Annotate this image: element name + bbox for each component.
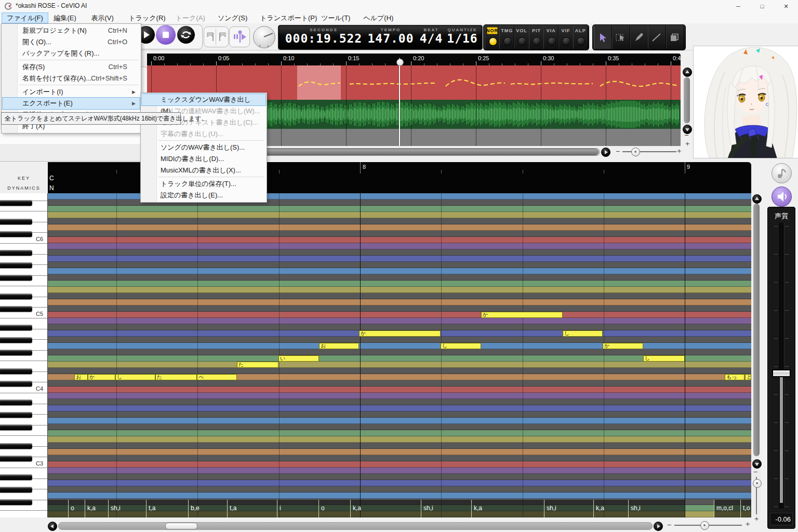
- roll-vzoom-knob[interactable]: [753, 479, 762, 488]
- note-0-D4[interactable]: お: [74, 374, 88, 380]
- note-5-E4[interactable]: た: [237, 362, 278, 368]
- export-menu-item-6[interactable]: MIDIの書き出し(D)...: [142, 153, 265, 165]
- roll-vzoom-in[interactable]: ＋: [753, 514, 760, 524]
- black-key-51[interactable]: [0, 443, 32, 449]
- phoneme-3[interactable]: t,a: [146, 500, 155, 517]
- menubar-item-7[interactable]: ツール(T): [316, 13, 355, 23]
- file-menu-item-4[interactable]: 保存(S)Ctrl+S: [3, 61, 140, 73]
- voice-fader-handle[interactable]: [772, 369, 791, 377]
- phoneme-4[interactable]: b,e: [188, 500, 200, 517]
- file-menu-item-1[interactable]: 開く(O)...Ctrl+O: [3, 36, 140, 48]
- phoneme-8[interactable]: k,a: [350, 500, 361, 517]
- track-scroll-up-button[interactable]: [683, 68, 692, 77]
- roll-scroll-right-button[interactable]: [654, 522, 663, 531]
- black-key-82[interactable]: [0, 250, 32, 256]
- menubar-item-6[interactable]: トランスポート(P): [255, 13, 322, 23]
- tool-button-marquee-select[interactable]: [612, 26, 630, 49]
- phoneme-14[interactable]: m,o,cl: [714, 500, 733, 517]
- roll-hscrollbar[interactable]: [58, 522, 653, 530]
- stop-button[interactable]: [156, 25, 176, 45]
- black-key-46[interactable]: [0, 474, 32, 480]
- menubar-item-8[interactable]: ヘルプ(H): [358, 13, 398, 23]
- export-menu-item-10[interactable]: 設定の書き出し(E)...: [142, 190, 265, 201]
- black-key-49[interactable]: [0, 456, 32, 461]
- param-button-alp[interactable]: ALP: [573, 26, 588, 49]
- export-menu-item-9[interactable]: トラック単位の保存(T)...: [142, 178, 265, 190]
- phoneme-12[interactable]: k,a: [593, 500, 604, 517]
- black-key-87[interactable]: [0, 219, 32, 224]
- note-8-A4[interactable]: か: [359, 330, 441, 337]
- menubar-item-4[interactable]: トーク(A): [171, 13, 210, 23]
- export-menu-item-5[interactable]: ソングのWAV書き出し(S)...: [142, 142, 265, 153]
- roll-zoom-knob[interactable]: [700, 521, 709, 530]
- phoneme-0[interactable]: o: [68, 500, 74, 517]
- param-button-vif[interactable]: VIF: [558, 26, 574, 49]
- roll-zoom-in[interactable]: ＋: [744, 520, 751, 529]
- tool-button-pen[interactable]: [630, 26, 648, 49]
- phoneme-11[interactable]: sh,i: [544, 500, 556, 517]
- black-key-63[interactable]: [0, 368, 32, 374]
- export-menu-item-3[interactable]: 字幕の書き出し(U)...: [142, 128, 265, 140]
- phoneme-13[interactable]: sh,i: [628, 500, 641, 517]
- marker-jump-button[interactable]: [229, 26, 250, 47]
- black-key-75[interactable]: [0, 294, 32, 299]
- black-key-85[interactable]: [0, 231, 32, 237]
- track-zoom-knob[interactable]: [631, 148, 640, 156]
- black-key-66[interactable]: [0, 350, 32, 355]
- black-key-56[interactable]: [0, 412, 32, 418]
- roll-vscrollbar-thumb[interactable]: [753, 204, 760, 456]
- black-key-90[interactable]: [0, 200, 32, 206]
- timeline-ruler[interactable]: 0:000:050:100:150:200:250:300:350:40: [147, 54, 681, 65]
- file-menu-item-7[interactable]: インポート(I)▶: [3, 86, 140, 98]
- note-11-A4[interactable]: し: [563, 330, 603, 337]
- phoneme-10[interactable]: k,a: [471, 500, 482, 517]
- black-key-73[interactable]: [0, 306, 32, 312]
- track-zoom-slider[interactable]: [622, 151, 676, 152]
- note-4-D4[interactable]: べ: [197, 374, 237, 380]
- black-key-78[interactable]: [0, 275, 32, 281]
- file-menu-item-0[interactable]: 新規プロジェクト(N)Ctrl+N: [3, 25, 140, 36]
- note-1-D4[interactable]: か: [88, 374, 115, 380]
- param-button-pit[interactable]: PIT: [529, 26, 544, 49]
- note-10-C5[interactable]: か: [481, 312, 563, 318]
- export-menu-item-0[interactable]: ミックスダウンWAV書き出し(M)...: [142, 94, 265, 105]
- repeat-button[interactable]: [177, 26, 195, 44]
- note-6-F4[interactable]: い: [278, 355, 319, 362]
- param-button-nor[interactable]: NOR: [485, 26, 500, 49]
- phoneme-1[interactable]: k,a: [85, 500, 96, 517]
- roll-scroll-up-button[interactable]: [752, 194, 762, 204]
- piano-keyboard[interactable]: C6C5C4C3: [0, 193, 48, 517]
- track-vzoom-in[interactable]: ＋: [684, 139, 691, 149]
- phoneme-2[interactable]: sh,i: [108, 500, 121, 517]
- black-key-70[interactable]: [0, 325, 32, 330]
- minimize-button[interactable]: ─: [726, 0, 750, 12]
- roll-zoom-out[interactable]: −: [667, 521, 671, 529]
- note-9-G4[interactable]: し: [441, 343, 481, 349]
- black-key-61[interactable]: [0, 381, 32, 387]
- close-button[interactable]: ✕: [774, 0, 798, 12]
- menubar-item-3[interactable]: トラック(R): [124, 13, 170, 23]
- note-2-D4[interactable]: し: [115, 374, 155, 380]
- black-key-68[interactable]: [0, 337, 32, 343]
- black-key-54[interactable]: [0, 424, 32, 430]
- phoneme-7[interactable]: o: [318, 500, 325, 517]
- note-3-D4[interactable]: た: [155, 374, 197, 380]
- track-vzoom-out[interactable]: −: [684, 131, 688, 139]
- tool-button-line[interactable]: [648, 26, 666, 49]
- roll-hscrollbar-thumb[interactable]: [165, 523, 197, 529]
- voice-output-button[interactable]: [772, 187, 792, 207]
- roll-scroll-left-button[interactable]: [48, 522, 57, 531]
- note-13-F4[interactable]: し: [643, 355, 685, 362]
- black-key-44[interactable]: [0, 487, 32, 493]
- note-14-D4[interactable]: もっ: [725, 374, 744, 380]
- menubar-item-1[interactable]: 編集(E): [49, 13, 81, 23]
- track-zoom-in[interactable]: ＋: [675, 147, 683, 156]
- track-vscrollbar-thumb[interactable]: [684, 77, 690, 123]
- file-menu-item-8[interactable]: エクスポート(E)▶: [3, 98, 140, 109]
- phoneme-6[interactable]: i: [277, 500, 281, 517]
- menubar-item-2[interactable]: 表示(V): [86, 13, 118, 23]
- note-15-D4[interactable]: と: [745, 374, 751, 380]
- playhead-handle[interactable]: [396, 59, 404, 66]
- file-menu-item-2[interactable]: バックアップを開く(R)...: [3, 48, 140, 59]
- note-12-G4[interactable]: か: [603, 343, 643, 349]
